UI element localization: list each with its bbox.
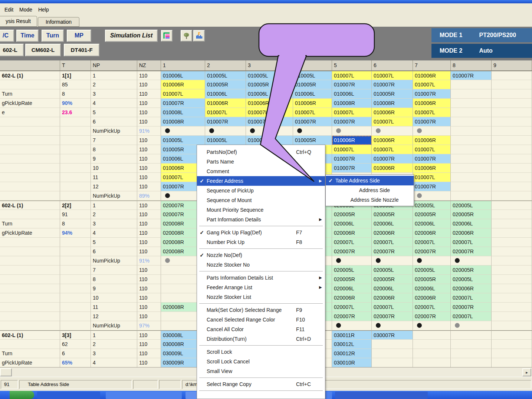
- table-cell[interactable]: [492, 219, 532, 228]
- table-cell[interactable]: 010005R: [246, 80, 293, 89]
- table-cell[interactable]: [451, 154, 492, 164]
- task-button[interactable]: [335, 392, 428, 399]
- table-cell[interactable]: 010006L: [332, 89, 372, 99]
- tab-information[interactable]: Information: [38, 17, 79, 27]
- table-cell[interactable]: [492, 89, 532, 99]
- pickup-dot-cell[interactable]: [451, 321, 492, 330]
- pickup-dot-cell[interactable]: [413, 321, 451, 330]
- table-cell[interactable]: 020007R: [451, 303, 492, 312]
- table-cell[interactable]: 020005R: [372, 210, 413, 219]
- pickup-dot-cell[interactable]: [372, 256, 413, 266]
- table-cell[interactable]: 020005L: [332, 266, 372, 275]
- table-cell[interactable]: [451, 182, 492, 191]
- table-cell[interactable]: [451, 117, 492, 126]
- table-cell[interactable]: 030011R: [332, 330, 372, 340]
- table-cell[interactable]: 020006R: [372, 293, 413, 303]
- selected-cell[interactable]: 010006R: [332, 136, 372, 145]
- table-cell[interactable]: 010008R: [161, 117, 205, 126]
- table-cell[interactable]: 010006L: [205, 89, 246, 99]
- menu-item-feeder-address[interactable]: ✓Feeder Address▶: [197, 176, 325, 186]
- pickup-dot-cell[interactable]: [332, 256, 372, 266]
- table-cell[interactable]: [492, 80, 532, 89]
- table-cell[interactable]: [492, 284, 532, 293]
- table-cell[interactable]: [492, 201, 532, 210]
- tab-analysis-result[interactable]: ysis Result: [0, 16, 37, 27]
- color-list-icon-button[interactable]: [161, 30, 173, 42]
- table-cell[interactable]: 020006R: [372, 228, 413, 238]
- table-cell[interactable]: [451, 126, 492, 136]
- table-cell[interactable]: 020006L: [332, 219, 372, 228]
- menu-item-comment[interactable]: Comment: [197, 166, 325, 176]
- table-cell[interactable]: [492, 126, 532, 136]
- menu-item-partsno-def[interactable]: PartsNo(Def)Ctrl+Q: [197, 147, 325, 157]
- table-cell[interactable]: [451, 358, 492, 367]
- menu-item-cancel-all-color[interactable]: Cancel All ColorF11: [197, 324, 325, 334]
- menu-item-mount-priority-sequence[interactable]: Mount Priority Sequence: [197, 205, 325, 215]
- table-cell[interactable]: 020007L: [372, 238, 413, 247]
- turn-button[interactable]: Turn: [42, 30, 64, 42]
- table-cell[interactable]: 010006R: [246, 99, 293, 108]
- task-button[interactable]: [106, 392, 182, 399]
- table-cell[interactable]: [451, 191, 492, 201]
- pickup-dot-cell[interactable]: [451, 256, 492, 266]
- menu-item-part-information-details[interactable]: Part Information Details▶: [197, 215, 325, 224]
- table-cell[interactable]: 010007L: [372, 71, 413, 80]
- scrollbar-thumb-fragment[interactable]: [0, 368, 12, 376]
- table-cell[interactable]: [492, 173, 532, 182]
- table-cell[interactable]: 010007R: [332, 80, 372, 89]
- table-cell[interactable]: 020006L: [332, 284, 372, 293]
- table-cell[interactable]: [451, 145, 492, 154]
- table-cell[interactable]: [492, 293, 532, 303]
- table-cell[interactable]: 020005L: [372, 266, 413, 275]
- table-cell[interactable]: [492, 71, 532, 80]
- table-cell[interactable]: 020006L: [372, 284, 413, 293]
- table-cell[interactable]: 010007L: [413, 173, 451, 182]
- table-cell[interactable]: [451, 108, 492, 117]
- table-cell[interactable]: [492, 154, 532, 164]
- table-cell[interactable]: [492, 349, 532, 358]
- table-cell[interactable]: 010006L: [161, 71, 205, 80]
- menu-edit[interactable]: Edit: [2, 6, 16, 13]
- table-cell[interactable]: [492, 182, 532, 191]
- pickup-dot-cell[interactable]: [413, 256, 451, 266]
- table-cell[interactable]: [492, 321, 532, 330]
- table-cell[interactable]: [451, 349, 492, 358]
- table-cell[interactable]: 010007R: [332, 117, 372, 126]
- table-cell[interactable]: 020007R: [372, 312, 413, 321]
- table-cell[interactable]: [492, 238, 532, 247]
- table-cell[interactable]: 010006R: [293, 99, 332, 108]
- table-cell[interactable]: 020007L: [451, 293, 492, 303]
- table-cell[interactable]: 010007L: [372, 117, 413, 126]
- table-cell[interactable]: 020007L: [451, 238, 492, 247]
- menu-item-small-view[interactable]: Small View: [197, 366, 325, 376]
- table-cell[interactable]: [451, 173, 492, 182]
- table-cell[interactable]: 030012L: [332, 340, 372, 349]
- pickup-dot-cell[interactable]: [413, 126, 451, 136]
- table-cell[interactable]: 010007R: [413, 117, 451, 126]
- table-cell[interactable]: [451, 80, 492, 89]
- table-cell[interactable]: [492, 210, 532, 219]
- machine-tab-dt401f[interactable]: DT401-F: [64, 44, 99, 56]
- tree-view-icon-button[interactable]: [181, 30, 192, 42]
- table-cell[interactable]: 010006R: [205, 99, 246, 108]
- machine-tab-cm602l[interactable]: CM602-L: [25, 44, 61, 56]
- table-cell[interactable]: [492, 266, 532, 275]
- table-cell[interactable]: 010007R: [451, 71, 492, 80]
- table-cell[interactable]: 010005L: [205, 71, 246, 80]
- table-cell[interactable]: 010007L: [413, 108, 451, 117]
- menu-item-parts-information-details-list[interactable]: Parts Information Details List▶: [197, 273, 325, 283]
- table-cell[interactable]: 020006R: [451, 284, 492, 293]
- table-cell[interactable]: 020005R: [413, 210, 451, 219]
- pickup-dot-cell[interactable]: [161, 126, 205, 136]
- menu-item-number-pick-up[interactable]: Number Pick UpF8: [197, 237, 325, 247]
- table-cell[interactable]: 010005L: [293, 71, 332, 80]
- table-cell[interactable]: [372, 349, 413, 358]
- menu-item-sequence-of-pickup[interactable]: Sequence of PickUp: [197, 186, 325, 195]
- menu-item-nozzle-no-def[interactable]: ✓Nozzle No(Def): [197, 250, 325, 260]
- table-cell[interactable]: 010007L: [413, 145, 451, 154]
- table-cell[interactable]: 020007L: [413, 238, 451, 247]
- table-cell[interactable]: 020007R: [451, 247, 492, 256]
- table-cell[interactable]: 020005R: [451, 210, 492, 219]
- table-cell[interactable]: 020007R: [372, 247, 413, 256]
- table-cell[interactable]: 010006R: [372, 164, 413, 173]
